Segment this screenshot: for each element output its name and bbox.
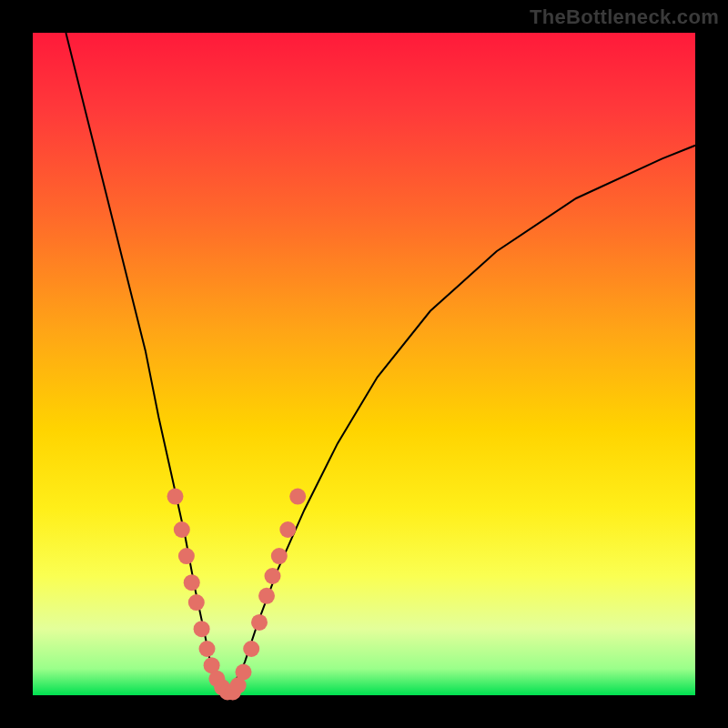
outer-frame: TheBottleneck.com [0,0,728,728]
plot-area [33,33,695,695]
highlight-dot [243,641,259,657]
highlight-dot [199,641,216,657]
highlight-dots [167,489,307,701]
highlight-dot [178,548,195,564]
curve-svg [33,33,695,695]
highlight-dot [271,548,288,564]
highlight-dot [184,574,200,591]
highlight-dot [258,588,275,604]
highlight-dot [188,594,205,611]
highlight-dot [289,489,306,505]
highlight-dot [265,568,281,584]
highlight-dot [194,621,210,637]
highlight-dot [251,614,268,631]
highlight-dot [167,489,184,505]
watermark-text: TheBottleneck.com [530,5,719,29]
highlight-dot [279,521,296,538]
highlight-dot [236,664,252,681]
highlight-dot [174,521,190,538]
bottleneck-curve [66,33,695,695]
